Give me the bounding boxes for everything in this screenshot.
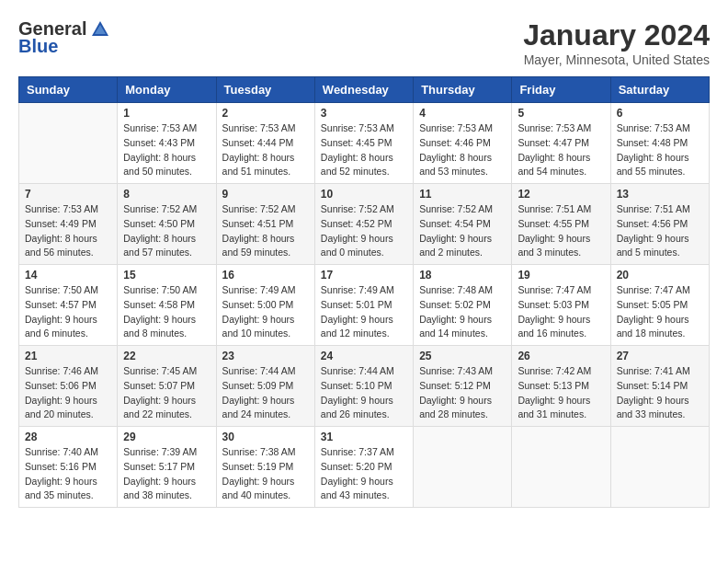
day-number: 27 [617,350,703,362]
day-cell: 15Sunrise: 7:50 AMSunset: 4:58 PMDayligh… [118,265,216,346]
day-info: Sunrise: 7:41 AMSunset: 5:14 PMDaylight:… [617,364,703,422]
header: General Blue January 2024 Mayer, Minneso… [18,18,710,67]
day-cell: 24Sunrise: 7:44 AMSunset: 5:10 PMDayligh… [314,346,413,427]
day-number: 24 [321,350,407,362]
day-info: Sunrise: 7:44 AMSunset: 5:09 PMDaylight:… [222,364,309,422]
day-header-wednesday: Wednesday [314,77,413,103]
day-number: 30 [222,431,309,443]
day-number: 6 [617,107,703,120]
day-cell: 5Sunrise: 7:53 AMSunset: 4:47 PMDaylight… [512,103,610,184]
day-number: 29 [123,431,210,443]
week-row-1: 1Sunrise: 7:53 AMSunset: 4:43 PMDaylight… [19,103,710,184]
day-header-monday: Monday [118,77,216,103]
day-cell: 28Sunrise: 7:40 AMSunset: 5:16 PMDayligh… [19,427,118,508]
day-cell: 13Sunrise: 7:51 AMSunset: 4:56 PMDayligh… [610,184,709,265]
day-info: Sunrise: 7:53 AMSunset: 4:49 PMDaylight:… [25,202,111,260]
day-cell [414,427,512,508]
day-number: 23 [222,350,309,362]
day-cell: 9Sunrise: 7:52 AMSunset: 4:51 PMDaylight… [216,184,314,265]
week-row-2: 7Sunrise: 7:53 AMSunset: 4:49 PMDaylight… [19,184,710,265]
day-info: Sunrise: 7:37 AMSunset: 5:20 PMDaylight:… [321,445,407,503]
day-info: Sunrise: 7:52 AMSunset: 4:51 PMDaylight:… [222,202,309,260]
week-row-3: 14Sunrise: 7:50 AMSunset: 4:57 PMDayligh… [19,265,710,346]
day-number: 2 [222,107,309,120]
day-cell: 31Sunrise: 7:37 AMSunset: 5:20 PMDayligh… [314,427,413,508]
header-row: SundayMondayTuesdayWednesdayThursdayFrid… [19,77,710,103]
day-info: Sunrise: 7:50 AMSunset: 4:57 PMDaylight:… [25,283,111,341]
day-info: Sunrise: 7:53 AMSunset: 4:47 PMDaylight:… [518,121,604,179]
day-number: 14 [25,269,111,282]
day-number: 21 [25,350,111,362]
day-number: 4 [419,107,506,120]
day-number: 11 [419,188,506,201]
day-number: 22 [123,350,210,362]
day-info: Sunrise: 7:53 AMSunset: 4:48 PMDaylight:… [617,121,703,179]
day-cell: 17Sunrise: 7:49 AMSunset: 5:01 PMDayligh… [314,265,413,346]
day-cell [512,427,610,508]
day-info: Sunrise: 7:49 AMSunset: 5:00 PMDaylight:… [222,283,309,341]
day-number: 16 [222,269,309,282]
day-cell: 10Sunrise: 7:52 AMSunset: 4:52 PMDayligh… [314,184,413,265]
day-cell: 12Sunrise: 7:51 AMSunset: 4:55 PMDayligh… [512,184,610,265]
day-cell [610,427,709,508]
day-cell: 18Sunrise: 7:48 AMSunset: 5:02 PMDayligh… [414,265,512,346]
day-number: 10 [321,188,407,201]
day-cell: 25Sunrise: 7:43 AMSunset: 5:12 PMDayligh… [414,346,512,427]
day-cell: 16Sunrise: 7:49 AMSunset: 5:00 PMDayligh… [216,265,314,346]
location-title: Mayer, Minnesota, United States [523,52,710,67]
day-header-saturday: Saturday [610,77,709,103]
day-cell: 6Sunrise: 7:53 AMSunset: 4:48 PMDaylight… [610,103,709,184]
day-number: 3 [321,107,407,120]
title-area: January 2024 Mayer, Minnesota, United St… [523,18,710,67]
day-cell: 7Sunrise: 7:53 AMSunset: 4:49 PMDaylight… [19,184,118,265]
day-number: 17 [321,269,407,282]
day-info: Sunrise: 7:39 AMSunset: 5:17 PMDaylight:… [123,445,210,503]
logo-blue-text: Blue [18,36,58,57]
day-info: Sunrise: 7:51 AMSunset: 4:55 PMDaylight:… [518,202,604,260]
day-info: Sunrise: 7:47 AMSunset: 5:05 PMDaylight:… [617,283,703,341]
day-cell: 8Sunrise: 7:52 AMSunset: 4:50 PMDaylight… [118,184,216,265]
day-number: 12 [518,188,604,201]
day-cell: 19Sunrise: 7:47 AMSunset: 5:03 PMDayligh… [512,265,610,346]
day-info: Sunrise: 7:40 AMSunset: 5:16 PMDaylight:… [25,445,111,503]
month-title: January 2024 [523,18,710,52]
day-info: Sunrise: 7:53 AMSunset: 4:45 PMDaylight:… [321,121,407,179]
day-number: 13 [617,188,703,201]
day-info: Sunrise: 7:51 AMSunset: 4:56 PMDaylight:… [617,202,703,260]
day-cell: 20Sunrise: 7:47 AMSunset: 5:05 PMDayligh… [610,265,709,346]
day-number: 1 [123,107,210,120]
day-info: Sunrise: 7:52 AMSunset: 4:54 PMDaylight:… [419,202,506,260]
day-cell: 14Sunrise: 7:50 AMSunset: 4:57 PMDayligh… [19,265,118,346]
day-cell: 21Sunrise: 7:46 AMSunset: 5:06 PMDayligh… [19,346,118,427]
day-header-friday: Friday [512,77,610,103]
day-cell: 30Sunrise: 7:38 AMSunset: 5:19 PMDayligh… [216,427,314,508]
logo: General Blue [18,18,110,57]
day-number: 8 [123,188,210,201]
day-number: 7 [25,188,111,201]
day-number: 18 [419,269,506,282]
day-info: Sunrise: 7:50 AMSunset: 4:58 PMDaylight:… [123,283,210,341]
day-cell: 22Sunrise: 7:45 AMSunset: 5:07 PMDayligh… [118,346,216,427]
day-info: Sunrise: 7:52 AMSunset: 4:52 PMDaylight:… [321,202,407,260]
day-cell: 2Sunrise: 7:53 AMSunset: 4:44 PMDaylight… [216,103,314,184]
day-info: Sunrise: 7:48 AMSunset: 5:02 PMDaylight:… [419,283,506,341]
day-header-thursday: Thursday [414,77,512,103]
week-row-5: 28Sunrise: 7:40 AMSunset: 5:16 PMDayligh… [19,427,710,508]
day-info: Sunrise: 7:46 AMSunset: 5:06 PMDaylight:… [25,364,111,422]
day-cell: 29Sunrise: 7:39 AMSunset: 5:17 PMDayligh… [118,427,216,508]
day-cell: 26Sunrise: 7:42 AMSunset: 5:13 PMDayligh… [512,346,610,427]
day-info: Sunrise: 7:45 AMSunset: 5:07 PMDaylight:… [123,364,210,422]
day-number: 25 [419,350,506,362]
day-info: Sunrise: 7:53 AMSunset: 4:46 PMDaylight:… [419,121,506,179]
day-info: Sunrise: 7:38 AMSunset: 5:19 PMDaylight:… [222,445,309,503]
day-info: Sunrise: 7:52 AMSunset: 4:50 PMDaylight:… [123,202,210,260]
calendar-table: SundayMondayTuesdayWednesdayThursdayFrid… [18,76,710,508]
day-number: 20 [617,269,703,282]
day-cell: 4Sunrise: 7:53 AMSunset: 4:46 PMDaylight… [414,103,512,184]
logo-icon [90,19,110,40]
day-info: Sunrise: 7:43 AMSunset: 5:12 PMDaylight:… [419,364,506,422]
day-info: Sunrise: 7:47 AMSunset: 5:03 PMDaylight:… [518,283,604,341]
day-info: Sunrise: 7:53 AMSunset: 4:44 PMDaylight:… [222,121,309,179]
day-header-sunday: Sunday [19,77,118,103]
day-info: Sunrise: 7:53 AMSunset: 4:43 PMDaylight:… [123,121,210,179]
